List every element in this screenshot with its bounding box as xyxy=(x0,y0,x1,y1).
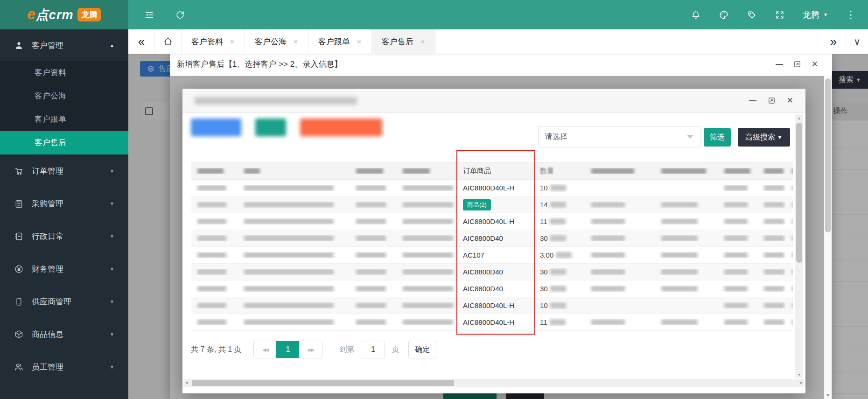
app-header: e点crm 龙腾 龙腾 ▼ xyxy=(0,0,868,29)
scroll-down-icon[interactable]: ▾ xyxy=(795,372,803,377)
prev-page-button[interactable]: ◀◀ xyxy=(254,341,276,358)
blurred-action-button-blue[interactable] xyxy=(191,119,241,136)
blurred-action-button-orange[interactable] xyxy=(300,119,382,136)
select-customer-modal: ✕ 请选择 筛选 高级搜索 ▼ 订单商品 数量 xyxy=(182,89,805,393)
sidebar-item-employee-mgmt[interactable]: 员工管理 ▼ xyxy=(0,350,128,383)
sidebar-item-customer-profile[interactable]: 客户资料 xyxy=(0,61,128,84)
maximize-icon[interactable] xyxy=(793,60,801,68)
notification-bell-icon[interactable] xyxy=(691,10,701,20)
product-cell: 商品(2) xyxy=(456,199,533,210)
blurred-cell xyxy=(550,202,566,208)
horizontal-scrollbar[interactable]: ◂ ▸ xyxy=(183,379,805,387)
close-tab-icon[interactable]: ✕ xyxy=(293,38,298,45)
blurred-header-cell xyxy=(238,168,350,174)
blurred-action-button-green[interactable] xyxy=(255,119,286,136)
sidebar-item-label: 采购管理 xyxy=(32,198,63,209)
table-row[interactable]: AC107 3,00 xyxy=(191,247,793,264)
tab-customer-pool[interactable]: 客户公海 ✕ xyxy=(245,29,308,54)
user-menu[interactable]: 龙腾 ▼ xyxy=(803,9,828,21)
table-row[interactable]: AIC8800D40L-H 11 xyxy=(191,314,793,331)
quantity-cell: 11 xyxy=(533,217,585,225)
filter-field-select[interactable]: 请选择 xyxy=(538,126,700,147)
blurred-cell xyxy=(191,218,238,224)
page-number-input[interactable] xyxy=(361,341,385,358)
blurred-cell xyxy=(396,302,456,308)
minimize-icon[interactable] xyxy=(776,64,783,65)
sidebar-item-purchase-mgmt[interactable]: 采购管理 ▼ xyxy=(0,187,128,220)
scrollbar-thumb[interactable] xyxy=(192,380,454,386)
close-tab-icon[interactable]: ✕ xyxy=(420,38,425,45)
blurred-cell xyxy=(655,286,718,292)
close-tab-icon[interactable]: ✕ xyxy=(357,38,362,45)
close-tab-icon[interactable]: ✕ xyxy=(230,38,235,45)
sidebar-item-order-mgmt[interactable]: 订单管理 ▼ xyxy=(0,154,128,187)
tab-customer-profile[interactable]: 客户资料 ✕ xyxy=(182,29,245,54)
table-row[interactable]: AIC8800D40L-H 11 xyxy=(191,213,793,230)
table-row[interactable]: AIC8800D40L-H 10 xyxy=(191,180,793,196)
close-icon[interactable]: ✕ xyxy=(812,59,818,69)
sidebar-toggle-icon[interactable] xyxy=(144,10,154,20)
pagination-bar: 共 7 条, 共 1 页 ◀◀ 1 ▶▶ 到第 页 确定 xyxy=(191,341,436,358)
qty-fragment: 10 xyxy=(540,301,548,309)
tab-customer-followup[interactable]: 客户跟单 ✕ xyxy=(308,29,372,54)
sidebar: 客户管理 ▲ 客户资料 客户公海 客户跟单 客户售后 订单管理 ▼ 采购管理 ▼… xyxy=(0,29,128,399)
sidebar-item-customer-aftersale[interactable]: 客户售后 xyxy=(0,131,128,154)
sidebar-item-label: 财务管理 xyxy=(32,264,63,274)
vertical-scrollbar[interactable]: ▴ ▾ xyxy=(795,114,803,378)
blurred-cell xyxy=(718,319,757,325)
blurred-cell xyxy=(238,269,350,275)
scroll-right-icon[interactable]: ▸ xyxy=(800,379,803,385)
filter-button[interactable]: 筛选 xyxy=(704,128,731,147)
order-table-header: 订单商品 数量 xyxy=(191,162,793,180)
blurred-cell xyxy=(585,252,655,258)
product-name: AIC8800D40 xyxy=(463,285,503,293)
sidebar-item-supplier-mgmt[interactable]: 供应商管理 ▼ xyxy=(0,285,128,318)
goto-confirm-button[interactable]: 确定 xyxy=(408,341,436,358)
caret-down-icon: ▼ xyxy=(110,299,114,304)
page-unit-label: 页 xyxy=(392,345,399,355)
table-row[interactable]: AIC8800D40L-H 10 xyxy=(191,297,793,314)
current-page-button[interactable]: 1 xyxy=(276,341,300,358)
user-name: 龙腾 xyxy=(803,9,819,21)
sidebar-item-admin-daily[interactable]: 行政日常 ▼ xyxy=(0,220,128,252)
clipboard-icon xyxy=(14,199,24,209)
header-left-icons xyxy=(144,10,185,20)
tag-icon[interactable] xyxy=(747,10,757,20)
tab-customer-aftersale[interactable]: 客户售后 ✕ xyxy=(372,29,435,54)
scroll-up-icon[interactable]: ▴ xyxy=(795,115,803,120)
more-menu-icon[interactable]: ⋮ xyxy=(846,10,856,20)
sidebar-item-customer-followup[interactable]: 客户跟单 xyxy=(0,108,128,131)
sidebar-item-product-info[interactable]: 商品信息 ▼ xyxy=(0,318,128,350)
order-table: 订单商品 数量 AIC8800D40L-H 10 商品(2) 14 xyxy=(191,162,793,331)
scrollbar-thumb[interactable] xyxy=(796,123,802,263)
fullscreen-icon[interactable] xyxy=(775,10,785,20)
table-row[interactable]: 商品(2) 14 xyxy=(191,196,793,213)
brand-text: e点crm xyxy=(28,6,74,23)
minimize-icon[interactable] xyxy=(749,100,756,101)
table-row[interactable]: AIC8800D40 30 xyxy=(191,264,793,280)
outer-modal-scrollbar[interactable]: ▾ xyxy=(824,76,832,399)
tab-menu-icon[interactable]: ∨ xyxy=(846,29,868,54)
blurred-header-cell xyxy=(718,168,757,174)
sidebar-item-finance-mgmt[interactable]: 财务管理 ▼ xyxy=(0,252,128,285)
advanced-search-button[interactable]: 高级搜索 ▼ xyxy=(738,128,790,147)
theme-palette-icon[interactable] xyxy=(719,10,729,20)
scroll-left-icon[interactable]: ◂ xyxy=(185,379,188,385)
qty-fragment: 30 xyxy=(540,234,548,242)
close-icon[interactable]: ✕ xyxy=(787,96,793,105)
sidebar-item-customer-pool[interactable]: 客户公海 xyxy=(0,84,128,108)
scroll-down-icon[interactable]: ▾ xyxy=(824,392,832,398)
table-row[interactable]: AIC8800D40 30 xyxy=(191,230,793,247)
scrollbar-thumb[interactable] xyxy=(825,78,831,232)
table-row[interactable]: AIC8800D40 30 xyxy=(191,280,793,297)
refresh-icon[interactable] xyxy=(175,10,185,20)
sidebar-item-customer-mgmt[interactable]: 客户管理 ▲ xyxy=(0,29,128,61)
maximize-icon[interactable] xyxy=(768,97,776,105)
expand-tabs-icon[interactable]: » xyxy=(821,29,846,54)
next-page-button[interactable]: ▶▶ xyxy=(300,341,322,358)
pagination-summary: 共 7 条, 共 1 页 xyxy=(191,345,241,355)
tab-home[interactable] xyxy=(154,29,182,54)
collapse-tabs-icon[interactable]: « xyxy=(128,29,154,54)
blurred-cell xyxy=(191,185,238,191)
select-customer-modal-titlebar: ✕ xyxy=(182,89,805,113)
